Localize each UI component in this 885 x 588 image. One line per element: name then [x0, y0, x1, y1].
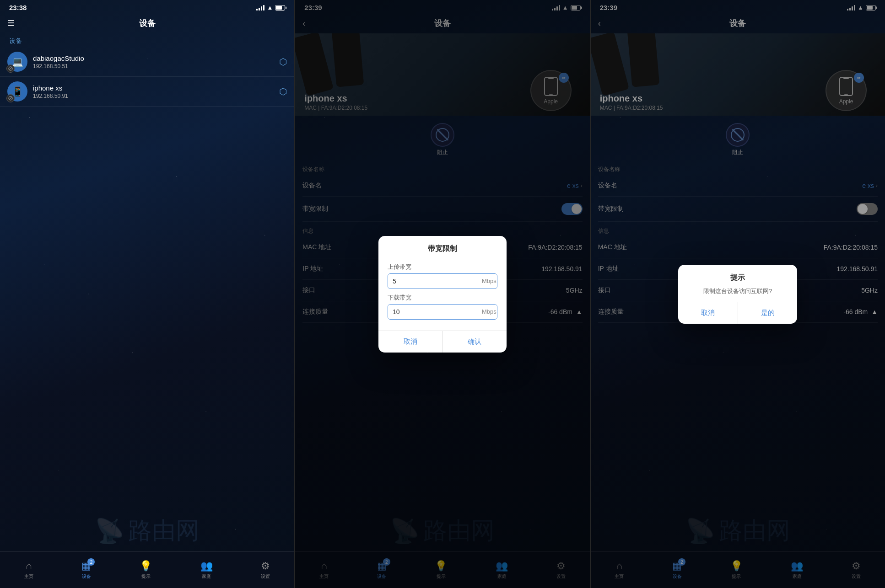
upload-input[interactable] [388, 274, 477, 289]
block-badge-0 [6, 64, 15, 73]
confirm-cancel-button[interactable]: 取消 [678, 302, 738, 324]
device-ip-0: 192.168.50.51 [33, 63, 279, 69]
devices-section-label: 设备 [0, 33, 294, 47]
panel-1: 23:38 ▲ ☰ 设备 设备 💻 [0, 0, 294, 588]
status-bar-1: 23:38 ▲ [0, 0, 294, 15]
download-label: 下载带宽 [388, 294, 497, 302]
upload-input-row: Mbps [388, 273, 497, 289]
device-name-0: dabiaogacStudio [33, 54, 279, 62]
panel-3: 23:39 ▲ ‹ 设备 iphone xs MAC | FA:9A:D2 [591, 0, 885, 588]
battery-icon-1 [275, 5, 285, 11]
device-list: 💻 dabiaogacStudio 192.168.50.51 ⬡ 📱 [0, 47, 294, 107]
bandwidth-modal: 带宽限制 上传带宽 Mbps 下载带宽 Mbps 取消 确认 [378, 236, 507, 353]
modal-cancel-button[interactable]: 取消 [378, 331, 443, 353]
page-title-1: 设备 [139, 18, 156, 29]
confirm-actions: 取消 是的 [678, 302, 797, 324]
confirm-ok-button[interactable]: 是的 [738, 302, 798, 324]
download-unit: Mbps [477, 305, 497, 319]
nav-family-1[interactable]: 👥 家庭 [200, 560, 213, 580]
confirm-title: 提示 [678, 265, 797, 285]
bandwidth-modal-overlay: 带宽限制 上传带宽 Mbps 下载带宽 Mbps 取消 确认 [295, 0, 589, 588]
header-1: ☰ 设备 [0, 15, 294, 33]
status-icons-1: ▲ [256, 4, 285, 11]
modal-title: 带宽限制 [378, 236, 507, 258]
device-item-0[interactable]: 💻 dabiaogacStudio 192.168.50.51 ⬡ [0, 47, 294, 77]
modal-confirm-button[interactable]: 确认 [442, 331, 507, 353]
svg-line-3 [9, 97, 12, 100]
device-info-0: dabiaogacStudio 192.168.50.51 [33, 54, 279, 69]
signal-icon-1 [256, 5, 264, 11]
upload-label: 上传带宽 [388, 263, 497, 271]
device-action-1[interactable]: ⬡ [279, 86, 287, 97]
nav-devices-1[interactable]: ▦ 2 设备 [81, 560, 91, 580]
device-item-1[interactable]: 📱 iphone xs 192.168.50.91 ⬡ [0, 77, 294, 107]
bottom-nav-1: ⌂ 主页 ▦ 2 设备 💡 提示 👥 家庭 ⚙ 设置 [0, 551, 294, 588]
nav-home-1[interactable]: ⌂ 主页 [24, 560, 33, 580]
wifi-icon-1: ▲ [267, 4, 273, 11]
confirm-modal-overlay: 提示 限制这台设备访问互联网? 取消 是的 [591, 0, 885, 588]
nav-tips-1[interactable]: 💡 提示 [140, 560, 152, 580]
device-icon-0: 💻 [7, 52, 27, 72]
status-time-1: 23:38 [9, 4, 27, 11]
confirm-message: 限制这台设备访问互联网? [678, 285, 797, 302]
device-ip-1: 192.168.50.91 [33, 93, 279, 99]
panel-2: 23:39 ▲ ‹ 设备 iphone xs MAC | FA:9A:D2 [295, 0, 589, 588]
block-badge-1 [6, 94, 15, 102]
device-action-0[interactable]: ⬡ [279, 56, 287, 67]
confirm-modal: 提示 限制这台设备访问互联网? 取消 是的 [678, 265, 797, 324]
device-info-1: iphone xs 192.168.50.91 [33, 84, 279, 99]
upload-unit: Mbps [477, 274, 497, 288]
svg-line-1 [9, 67, 12, 70]
nav-settings-1[interactable]: ⚙ 设置 [261, 560, 270, 580]
device-name-1: iphone xs [33, 84, 279, 92]
modal-body: 上传带宽 Mbps 下载带宽 Mbps [378, 263, 507, 324]
menu-icon[interactable]: ☰ [7, 18, 15, 28]
modal-actions: 取消 确认 [378, 331, 507, 353]
device-icon-1: 📱 [7, 81, 27, 102]
download-input-row: Mbps [388, 304, 497, 320]
download-input[interactable] [388, 305, 477, 319]
